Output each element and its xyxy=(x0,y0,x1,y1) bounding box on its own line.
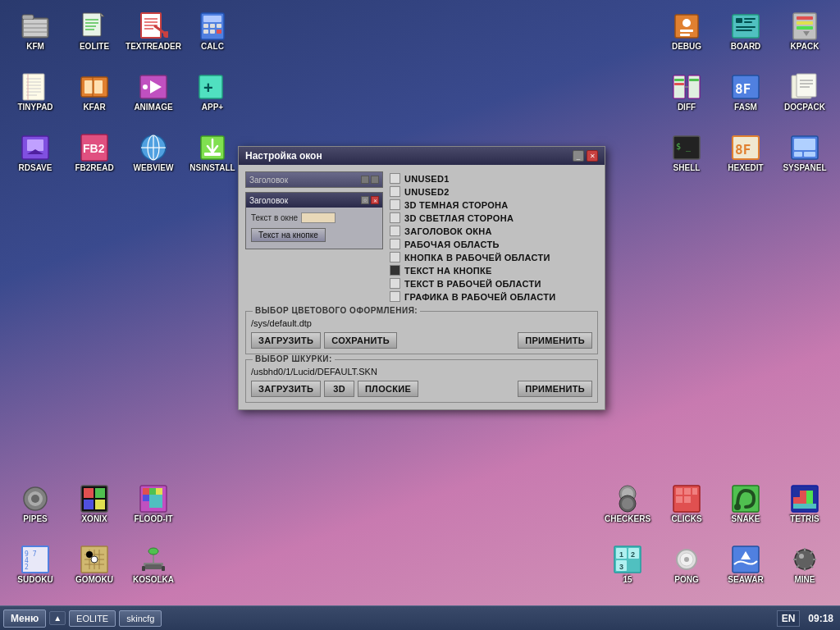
svg-point-112 xyxy=(86,551,93,558)
icon-kpack[interactable]: KPACK xyxy=(776,7,833,66)
icon-checkers[interactable]: CHECKERS xyxy=(599,479,656,538)
icon-nsinstall[interactable]: NSINSTALL xyxy=(184,128,241,187)
checkbox-btn-text[interactable]: ТЕКСТ НА КНОПКЕ xyxy=(390,265,598,276)
icon-kfar[interactable]: KFAR xyxy=(66,67,123,126)
icon-docpack[interactable]: DOCPACK xyxy=(776,67,833,126)
icon-board[interactable]: BOARD xyxy=(717,7,774,66)
checkbox-3d-dark[interactable]: 3D ТЕМНАЯ СТОРОНА xyxy=(390,199,598,210)
skin-section-buttons: ЗАГРУЗИТЬ 3D ПЛОСКИЕ ПРИМЕНИТЬ xyxy=(251,381,592,397)
icon-rdsave[interactable]: RDSAVE xyxy=(7,128,64,187)
icon-hexedit[interactable]: 8F HEXEDIT xyxy=(717,128,774,187)
taskbar-skincfg-item[interactable]: skincfg xyxy=(119,610,162,627)
checkbox-gfx-workarea[interactable]: ГРАФИКА В РАБОЧЕЙ ОБЛАСТИ xyxy=(390,291,598,302)
taskbar-time: 09:18 xyxy=(805,611,837,626)
skin-load-button[interactable]: ЗАГРУЗИТЬ xyxy=(251,381,321,397)
icon-tinypad[interactable]: TINYPAD xyxy=(7,67,64,126)
svg-rect-128 xyxy=(676,496,682,503)
nsinstall-icon xyxy=(197,132,228,163)
icon-15[interactable]: 123 15 xyxy=(599,540,656,599)
taskbar-menu-button[interactable]: Меню xyxy=(3,609,46,628)
icon-pong[interactable]: PONG xyxy=(658,540,715,599)
icon-diff[interactable]: DIFF xyxy=(658,67,715,126)
svg-rect-60 xyxy=(736,26,756,28)
icon-pipes[interactable]: PIPES xyxy=(7,479,64,538)
checkbox-text-workarea[interactable]: ТЕКСТ В РАБОЧЕЙ ОБЛАСТИ xyxy=(390,278,598,289)
svg-point-89 xyxy=(31,495,39,503)
skin-apply-button[interactable]: ПРИМЕНИТЬ xyxy=(518,381,592,397)
icon-kfm[interactable]: KFM xyxy=(7,7,64,66)
calc-icon xyxy=(197,11,228,42)
skin-3d-button[interactable]: 3D xyxy=(324,381,354,397)
svg-rect-63 xyxy=(797,16,813,20)
icon-calc[interactable]: CALC xyxy=(184,7,241,66)
checkbox-workarea[interactable]: РАБОЧАЯ ОБЛАСТЬ xyxy=(390,239,598,249)
icon-15-label: 15 xyxy=(623,575,632,584)
pipes-icon xyxy=(20,483,51,514)
checkbox-unused1-box[interactable] xyxy=(390,173,400,184)
icon-webview[interactable]: WEBVIEW xyxy=(125,128,182,187)
skin-flat-button[interactable]: ПЛОСКИЕ xyxy=(358,381,418,397)
svg-rect-100 xyxy=(149,495,162,508)
icon-textreader[interactable]: TEXTREADER xyxy=(125,7,182,66)
svg-rect-94 xyxy=(95,500,105,509)
svg-rect-25 xyxy=(23,74,44,100)
color-load-button[interactable]: ЗАГРУЗИТЬ xyxy=(251,332,321,349)
svg-rect-135 xyxy=(800,491,806,497)
checkbox-3d-light[interactable]: 3D СВЕТЛАЯ СТОРОНА xyxy=(390,212,598,223)
taskbar-lang[interactable]: EN xyxy=(777,610,801,627)
color-apply-button[interactable]: ПРИМЕНИТЬ xyxy=(518,332,592,349)
icon-tetris[interactable]: TETRIS xyxy=(776,479,833,538)
checkbox-btn-workarea-box[interactable] xyxy=(390,252,400,262)
taskbar-eolite-item[interactable]: EOLITE xyxy=(69,610,116,627)
icon-snake[interactable]: SNAKE xyxy=(717,479,774,538)
checkbox-btn-text-box[interactable] xyxy=(390,265,400,276)
preview-active-content: Текст в окне Текст на кнопке xyxy=(246,208,382,249)
icon-eolite[interactable]: EOLITE xyxy=(66,7,123,66)
icon-appplus[interactable]: + APP+ xyxy=(184,67,241,126)
dialog-titlebar-controls: _ ✕ xyxy=(573,150,598,162)
dialog-preview: Заголовок Заголовок ○ ✕ xyxy=(245,171,383,304)
icon-sudoku[interactable]: 9 74 2 SUDOKU xyxy=(7,540,64,599)
checkbox-3d-light-box[interactable] xyxy=(390,212,400,223)
icon-syspanel[interactable]: SYSPANEL xyxy=(776,128,833,187)
icon-mine[interactable]: MINE xyxy=(776,540,833,599)
icon-animage[interactable]: ANIMAGE xyxy=(125,67,182,126)
checkbox-btn-workarea[interactable]: КНОПКА В РАБОЧЕЙ ОБЛАСТИ xyxy=(390,252,598,262)
icon-shell[interactable]: $ _ SHELL xyxy=(658,128,715,187)
checkbox-unused2[interactable]: UNUSED2 xyxy=(390,186,598,197)
svg-text:3: 3 xyxy=(619,563,623,571)
checkbox-title-box[interactable] xyxy=(390,226,400,236)
preview-button[interactable]: Текст на кнопке xyxy=(251,228,326,242)
icon-fasm[interactable]: 8F FASM xyxy=(717,67,774,126)
icon-seawar[interactable]: SEAWAR xyxy=(717,540,774,599)
checkbox-text-workarea-box[interactable] xyxy=(390,278,400,289)
icon-floodit[interactable]: FLOOD-IT xyxy=(125,479,182,538)
skin-section-path: /usbhd0/1/Lucid/DEFAULT.SKN xyxy=(251,367,592,377)
checkbox-gfx-workarea-box[interactable] xyxy=(390,291,400,302)
board-icon xyxy=(730,11,761,42)
icon-kosolka[interactable]: KOSOLKA xyxy=(125,540,182,599)
preview-inactive-titlebar: Заголовок xyxy=(246,172,382,187)
dialog-body: Заголовок Заголовок ○ ✕ xyxy=(239,165,605,311)
dialog-close-button[interactable]: ✕ xyxy=(587,150,598,162)
taskbar-up-arrow[interactable]: ▲ xyxy=(49,611,66,625)
rdsave-icon xyxy=(20,132,51,163)
icon-snake-label: SNAKE xyxy=(731,514,760,523)
icon-debug[interactable]: DEBUG xyxy=(658,7,715,66)
icon-gomoku[interactable]: GOMOKU xyxy=(66,540,123,599)
icon-checkers-label: CHECKERS xyxy=(605,514,651,523)
svg-text:+: + xyxy=(203,79,213,97)
icon-xonix[interactable]: XONIX xyxy=(66,479,123,538)
appplus-icon: + xyxy=(197,71,228,103)
icon-fb2read[interactable]: FB2 FB2READ xyxy=(66,128,123,187)
checkbox-workarea-box[interactable] xyxy=(390,239,400,249)
checkbox-3d-dark-box[interactable] xyxy=(390,199,400,210)
svg-rect-133 xyxy=(793,497,800,504)
color-save-button[interactable]: СОХРАНИТЬ xyxy=(324,332,397,349)
dialog-minimize-button[interactable]: _ xyxy=(573,150,584,162)
checkbox-title[interactable]: ЗАГОЛОВОК ОКНА xyxy=(390,226,598,236)
icon-rdsave-label: RDSAVE xyxy=(19,163,52,172)
checkbox-unused2-box[interactable] xyxy=(390,186,400,197)
checkbox-unused1[interactable]: UNUSED1 xyxy=(390,173,598,184)
icon-clicks[interactable]: CLICKS xyxy=(658,479,715,538)
